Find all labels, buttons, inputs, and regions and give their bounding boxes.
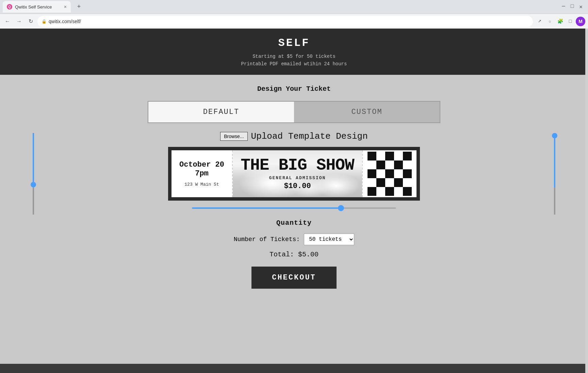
total-value: $5.00 [298, 251, 318, 258]
checker-cell [385, 187, 394, 196]
back-button[interactable]: ← [3, 17, 12, 26]
checker-cell [385, 178, 394, 187]
checker-cell [403, 160, 412, 169]
checker-cell [368, 169, 376, 178]
slider-thumb-right[interactable] [552, 133, 557, 138]
tab-default[interactable]: DEFAULT [148, 102, 294, 122]
checker-cell [376, 169, 385, 178]
vertical-slider-right[interactable] [552, 133, 557, 215]
user-avatar[interactable]: M [576, 17, 585, 26]
ticket-container: October 20 7pm 123 W Main St THE BIG SHO… [168, 147, 420, 201]
slider-track-right [554, 138, 555, 187]
url-text: qwitix.com/self/ [49, 19, 81, 24]
minimize-button[interactable]: ─ [562, 3, 565, 10]
checker-cell [368, 160, 376, 169]
ticket-date: October 20 [179, 160, 224, 169]
checker-cell [376, 160, 385, 169]
checker-cell [394, 160, 403, 169]
browser-chrome: Q Qwitix Self Service × + ─ □ ✕ ← → ↻ 🔒 … [0, 0, 588, 29]
checker-cell [394, 178, 403, 187]
close-window-button[interactable]: ✕ [579, 3, 583, 10]
tab-title-label: Qwitix Self Service [15, 4, 61, 10]
site-subtitle-line2: Printable PDF emailed wtihin 24 hours [0, 60, 588, 68]
total-label: Total: [270, 251, 294, 258]
scrollbar[interactable] [585, 29, 588, 373]
slider-track-right-inactive [554, 187, 555, 215]
bookmark-button[interactable]: ☆ [545, 17, 555, 26]
ticket-venue: 123 W Main St [184, 182, 219, 187]
ticket-price: $10.00 [284, 182, 311, 190]
checkerboard-pattern [368, 152, 412, 196]
horizontal-slider[interactable] [192, 207, 396, 209]
design-section-title: Design Your Ticket [14, 85, 574, 93]
checkout-button[interactable]: CHECKOUT [251, 267, 337, 289]
checker-cell [368, 187, 376, 196]
ticket-center-content: THE BIG SHOW GENERAL ADMISSION $10.00 [233, 150, 362, 197]
quantity-section: Quantity Number of Tickets: 50 tickets 1… [14, 219, 574, 289]
checker-cell [376, 178, 385, 187]
browse-button[interactable]: Browse... [220, 132, 247, 141]
ticket-time: 7pm [195, 169, 209, 178]
checker-cell [376, 152, 385, 160]
quantity-title: Quantity [14, 219, 574, 227]
browser-titlebar: Q Qwitix Self Service × + ─ □ ✕ [0, 0, 588, 14]
ticket-left-stub: October 20 7pm 123 W Main St [172, 150, 233, 197]
new-tab-button[interactable]: + [74, 2, 84, 12]
checker-cell [403, 178, 412, 187]
ticket-preview-wrapper: October 20 7pm 123 W Main St THE BIG SHO… [14, 147, 574, 201]
event-title: THE BIG SHOW [241, 157, 354, 173]
lock-icon: 🔒 [42, 19, 47, 24]
tickets-row: Number of Tickets: 50 tickets 100 ticket… [14, 234, 574, 245]
slider-filled-track [192, 207, 341, 209]
horizontal-slider-wrapper [189, 207, 399, 209]
slider-empty-track [341, 207, 396, 209]
address-bar[interactable]: 🔒 qwitix.com/self/ [37, 16, 533, 27]
checker-cell [394, 152, 403, 160]
checker-cell [376, 187, 385, 196]
ticket-type: GENERAL ADMISSION [269, 175, 326, 181]
ticket-inner: October 20 7pm 123 W Main St THE BIG SHO… [172, 150, 416, 197]
share-button[interactable]: ➚ [535, 17, 544, 26]
tab-close-button[interactable]: × [64, 4, 67, 9]
checker-cell [394, 169, 403, 178]
slider-thumb-left[interactable] [31, 182, 36, 187]
checker-cell [403, 169, 412, 178]
tab-custom[interactable]: CUSTOM [294, 102, 440, 122]
reload-button[interactable]: ↻ [26, 17, 35, 26]
forward-button[interactable]: → [14, 17, 24, 26]
profile-button[interactable]: □ [566, 17, 575, 26]
page-wrapper: SELF Starting at $5 for 50 tickets Print… [0, 29, 588, 373]
checker-cell [403, 187, 412, 196]
main-content: Design Your Ticket DEFAULT CUSTOM Browse… [0, 75, 588, 364]
total-row: Total: $5.00 [14, 251, 574, 258]
tickets-select[interactable]: 50 tickets 100 tickets 200 tickets 500 t… [304, 234, 354, 245]
checker-cell [368, 178, 376, 187]
checker-cell [394, 187, 403, 196]
checker-cell [368, 152, 376, 160]
nav-right-icons: ➚ ☆ 🧩 □ M [535, 17, 585, 26]
slider-track-left-inactive [33, 187, 34, 215]
ticket-right-stub [362, 150, 416, 197]
upload-section: Browse... Upload Template Design [14, 131, 574, 141]
tab-favicon: Q [7, 4, 12, 10]
checker-cell [385, 152, 394, 160]
browser-tab[interactable]: Q Qwitix Self Service × [3, 1, 71, 13]
ticket-center: THE BIG SHOW GENERAL ADMISSION $10.00 [233, 150, 362, 197]
vertical-slider-left[interactable] [31, 133, 36, 215]
site-header: SELF Starting at $5 for 50 tickets Print… [0, 29, 588, 75]
slider-track-left [33, 133, 34, 182]
site-title: SELF [0, 37, 588, 49]
checker-cell [385, 160, 394, 169]
slider-thumb-horizontal[interactable] [338, 205, 344, 211]
tab-switcher: DEFAULT CUSTOM [148, 101, 440, 123]
extensions-button[interactable]: 🧩 [555, 17, 565, 26]
site-subtitle-line1: Starting at $5 for 50 tickets [0, 53, 588, 60]
tickets-label: Number of Tickets: [234, 236, 300, 243]
browser-navbar: ← → ↻ 🔒 qwitix.com/self/ ➚ ☆ 🧩 □ M [0, 14, 588, 29]
upload-label: Upload Template Design [251, 131, 368, 141]
maximize-button[interactable]: □ [571, 3, 574, 10]
checker-cell [385, 169, 394, 178]
checker-cell [403, 152, 412, 160]
